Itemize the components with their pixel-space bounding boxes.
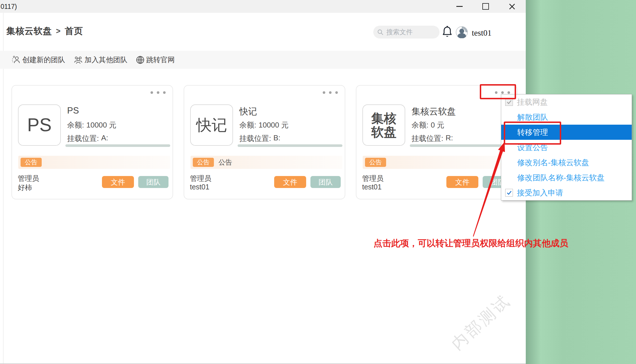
team-card: PS PS 余额:10000 元 挂载位置:A: 公告 管理员 好柿 文件 团队 — [11, 85, 173, 199]
files-button[interactable]: 文件 — [274, 176, 306, 188]
maximize-icon — [482, 3, 489, 10]
join-team-label: 加入其他团队 — [85, 55, 127, 64]
admin-name: test01 — [362, 183, 382, 191]
menu-item-transfer-admin[interactable]: 转移管理 — [501, 125, 632, 140]
bell-icon — [442, 26, 452, 38]
announcement-text: 公告 — [218, 158, 232, 167]
balance-line: 余额:10000 元 — [239, 120, 289, 130]
app-window: 0117) 集核云软盘 > 首页 — [0, 0, 526, 364]
toolbar: 创建新的团队 加入其他团队 跳转官网 — [0, 51, 526, 69]
group-icon — [74, 56, 83, 64]
avatar[interactable] — [456, 26, 468, 38]
breadcrumb-separator: > — [56, 27, 61, 36]
admin-label: 管理员 — [362, 174, 384, 183]
team-card: 集核 软盘 集核云软盘 余额:0 元 挂载位置:R: 公告 管理员 test01… — [356, 85, 517, 199]
close-icon — [509, 3, 515, 10]
team-name: 集核云软盘 — [412, 106, 456, 118]
team-button[interactable]: 团队 — [310, 176, 341, 188]
search-box[interactable] — [373, 26, 440, 39]
announcement-badge: 公告 — [365, 158, 386, 167]
tile-text: 集核 — [371, 112, 396, 125]
admin-name: 好柿 — [18, 183, 32, 192]
announcement-badge: 公告 — [21, 158, 42, 167]
announcement-strip: 公告 公告 — [190, 156, 342, 169]
menu-item-mount-netdisk[interactable]: 挂载网盘 — [501, 94, 632, 110]
mount-line: 挂载位置:A: — [67, 134, 108, 143]
files-button[interactable]: 文件 — [102, 176, 134, 188]
card-menu-button[interactable] — [151, 91, 166, 94]
announcement-strip: 公告 — [18, 156, 170, 169]
person-avatar-icon — [456, 26, 468, 38]
tile-text: PS — [27, 115, 51, 135]
card-context-menu: 挂载网盘 解散团队 转移管理 设置公告 修改别名-集核云软盘 修改团队名称-集核… — [501, 94, 632, 201]
admin-name: test01 — [190, 183, 209, 191]
goto-website-label: 跳转官网 — [146, 55, 175, 64]
minimize-button[interactable] — [453, 0, 466, 13]
create-team-label: 创建新的团队 — [22, 55, 65, 64]
balance-line: 余额:0 元 — [412, 120, 444, 130]
annotation-callout-text: 点击此项，可以转让管理员权限给组织内其他成员 — [374, 237, 568, 249]
menu-item-edit-alias[interactable]: 修改别名-集核云软盘 — [501, 155, 632, 170]
globe-icon — [136, 56, 145, 64]
notification-bell-button[interactable] — [442, 26, 452, 38]
team-button[interactable]: 团队 — [138, 176, 168, 188]
menu-item-disband-team[interactable]: 解散团队 — [501, 110, 632, 125]
checkbox-checked-icon — [505, 189, 513, 197]
team-name: 快记 — [239, 106, 257, 118]
breadcrumb-app-name[interactable]: 集核云软盘 — [6, 25, 52, 37]
menu-item-edit-team-name[interactable]: 修改团队名称-集核云软盘 — [501, 170, 632, 185]
page-title: 首页 — [65, 25, 83, 37]
team-tile: 集核 软盘 — [362, 104, 405, 146]
card-menu-button[interactable] — [495, 91, 510, 94]
maximize-button[interactable] — [479, 0, 492, 13]
mount-line: 挂载位置:B: — [239, 134, 280, 143]
team-tile: PS — [18, 104, 61, 146]
team-name: PS — [67, 106, 79, 116]
admin-label: 管理员 — [18, 174, 39, 183]
search-icon — [377, 29, 384, 35]
tile-text: 快记 — [196, 117, 227, 133]
team-tile: 快记 — [190, 104, 233, 146]
breadcrumb: 集核云软盘 > 首页 — [6, 25, 83, 37]
search-input[interactable] — [386, 28, 433, 36]
window-title: 0117) — [1, 3, 17, 11]
create-team-button[interactable]: 创建新的团队 — [12, 55, 65, 64]
storage-progress-bar — [65, 144, 170, 147]
mount-line: 挂载位置:R: — [412, 134, 453, 143]
announcement-strip: 公告 — [363, 156, 515, 169]
titlebar: 0117) — [0, 0, 526, 13]
tile-text: 软盘 — [371, 125, 396, 139]
goto-website-button[interactable]: 跳转官网 — [136, 55, 175, 64]
checkbox-checked-icon — [505, 98, 513, 106]
admin-label: 管理员 — [190, 174, 211, 183]
minimize-icon — [456, 6, 463, 7]
card-menu-button[interactable] — [323, 91, 338, 94]
menu-item-accept-join-requests[interactable]: 接受加入申请 — [501, 185, 632, 200]
person-add-icon — [12, 56, 21, 64]
balance-line: 余额:10000 元 — [67, 120, 117, 130]
close-button[interactable] — [505, 0, 519, 13]
team-card: 快记 快记 余额:10000 元 挂载位置:B: 公告 公告 管理员 test0… — [184, 85, 345, 199]
menu-item-set-announcement[interactable]: 设置公告 — [501, 140, 632, 155]
files-button[interactable]: 文件 — [446, 176, 478, 188]
join-team-button[interactable]: 加入其他团队 — [74, 55, 127, 64]
announcement-badge: 公告 — [193, 158, 214, 167]
storage-progress-bar — [238, 144, 342, 147]
storage-progress-bar — [410, 144, 515, 147]
username[interactable]: test01 — [472, 28, 491, 38]
